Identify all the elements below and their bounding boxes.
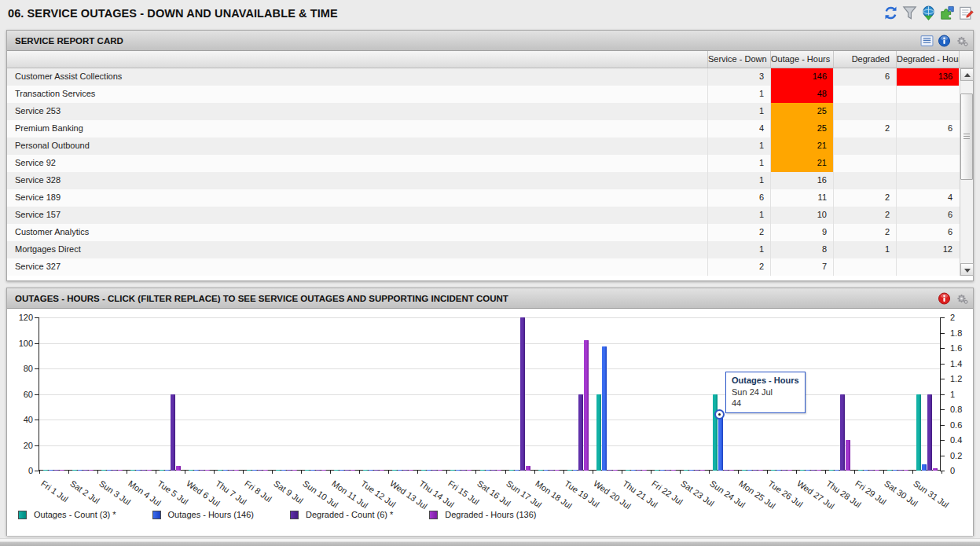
chart-bar[interactable] bbox=[835, 470, 839, 471]
chart-bar[interactable] bbox=[334, 470, 339, 471]
chart-bar[interactable] bbox=[49, 470, 53, 471]
chart-bar[interactable] bbox=[194, 470, 199, 471]
chart-bar[interactable] bbox=[345, 470, 350, 471]
chart-bar[interactable] bbox=[567, 470, 572, 471]
chart-bar[interactable] bbox=[409, 470, 413, 471]
table-row[interactable]: Premium Banking42526 bbox=[7, 120, 973, 137]
chart-bar[interactable] bbox=[864, 470, 868, 471]
chart-bar[interactable] bbox=[340, 470, 344, 471]
chart-bar[interactable] bbox=[840, 394, 845, 471]
chart-bar[interactable] bbox=[392, 470, 397, 471]
puzzle-icon[interactable] bbox=[940, 5, 955, 20]
chart-bar[interactable] bbox=[205, 470, 210, 471]
table-row[interactable]: Service 253125 bbox=[7, 103, 973, 120]
chart-bar[interactable] bbox=[60, 470, 64, 471]
chart-bar[interactable] bbox=[660, 470, 665, 471]
table-row[interactable]: Service 15711026 bbox=[7, 207, 973, 224]
chart-bar[interactable] bbox=[549, 470, 554, 471]
chart-bar[interactable] bbox=[922, 464, 927, 471]
chart-bar[interactable] bbox=[596, 394, 601, 471]
chart-bar[interactable] bbox=[520, 317, 525, 471]
chart-bar[interactable] bbox=[875, 470, 879, 471]
chart-bar[interactable] bbox=[398, 470, 402, 471]
chart-bar[interactable] bbox=[316, 470, 321, 471]
chart-bar[interactable] bbox=[305, 470, 310, 471]
filter-icon[interactable] bbox=[902, 5, 917, 20]
chart-bar[interactable] bbox=[147, 470, 152, 471]
chart-bar[interactable] bbox=[933, 468, 938, 471]
table-row[interactable]: Personal Outbound121 bbox=[7, 137, 973, 155]
chart-bar[interactable] bbox=[321, 470, 326, 471]
chart-bar[interactable] bbox=[782, 470, 787, 471]
chart-bar[interactable] bbox=[497, 470, 501, 471]
col-header-service-down[interactable]: Service - Down bbox=[707, 51, 770, 68]
table-row[interactable]: Service 32727 bbox=[7, 258, 973, 276]
chart-bar[interactable] bbox=[101, 470, 106, 471]
chart-bar[interactable] bbox=[858, 470, 863, 471]
chart-bar[interactable] bbox=[432, 470, 437, 471]
chart-bar[interactable] bbox=[729, 470, 734, 471]
chart-bar[interactable] bbox=[374, 470, 379, 471]
chart-bar[interactable] bbox=[655, 470, 659, 471]
chart-bar[interactable] bbox=[811, 470, 816, 471]
chart-bar[interactable] bbox=[486, 470, 490, 471]
col-header-degraded[interactable]: Degraded bbox=[833, 51, 896, 68]
chart-bar[interactable] bbox=[898, 470, 903, 471]
chart-bar[interactable] bbox=[584, 340, 589, 471]
col-header-outage-hours[interactable]: Outage - Hours bbox=[770, 51, 833, 68]
chart-bar[interactable] bbox=[893, 470, 897, 471]
chart-bar[interactable] bbox=[771, 470, 776, 471]
chart-bar[interactable] bbox=[450, 470, 455, 471]
chart-bar[interactable] bbox=[83, 470, 88, 471]
chart-bar[interactable] bbox=[817, 470, 821, 471]
chart-bar[interactable] bbox=[887, 470, 892, 471]
chart-bar[interactable] bbox=[287, 470, 292, 471]
chart-bar[interactable] bbox=[165, 470, 170, 471]
chart-bar[interactable] bbox=[724, 470, 729, 471]
chart-bar[interactable] bbox=[130, 470, 135, 471]
chart-bar[interactable] bbox=[491, 470, 496, 471]
chart-bar[interactable] bbox=[456, 470, 461, 471]
chart-bar[interactable] bbox=[189, 470, 193, 471]
info-red-icon[interactable] bbox=[938, 292, 951, 305]
table-row[interactable]: Transaction Services148 bbox=[7, 86, 973, 103]
chart-bar[interactable] bbox=[637, 470, 641, 471]
chart-bar[interactable] bbox=[78, 470, 83, 471]
edit-note-icon[interactable] bbox=[959, 5, 974, 20]
notes-icon[interactable] bbox=[920, 35, 934, 47]
chart-bar[interactable] bbox=[136, 470, 141, 471]
chart-bar[interactable] bbox=[846, 440, 850, 471]
chart-bar[interactable] bbox=[578, 394, 583, 471]
chart-bar[interactable] bbox=[806, 470, 810, 471]
chart-bar[interactable] bbox=[54, 470, 59, 471]
chart-bar[interactable] bbox=[573, 470, 578, 471]
scroll-up-button[interactable] bbox=[960, 68, 974, 81]
table-row[interactable]: Service 18961124 bbox=[7, 189, 973, 207]
chart-bar[interactable] bbox=[107, 470, 112, 471]
chart-bar[interactable] bbox=[276, 470, 281, 471]
chart-bar[interactable] bbox=[869, 470, 874, 471]
refresh-icon[interactable] bbox=[883, 5, 898, 20]
scroll-thumb[interactable] bbox=[960, 93, 973, 180]
chart-bar[interactable] bbox=[631, 470, 636, 471]
table-scrollbar[interactable] bbox=[960, 68, 973, 276]
chart-bar[interactable] bbox=[292, 470, 297, 471]
chart-bar[interactable] bbox=[369, 470, 373, 471]
chart-bar[interactable] bbox=[671, 470, 676, 471]
chart-bar[interactable] bbox=[666, 470, 670, 471]
chart-bar[interactable] bbox=[234, 470, 239, 471]
chart-bar[interactable] bbox=[776, 470, 781, 471]
chart-bar[interactable] bbox=[72, 470, 77, 471]
chart-bar[interactable] bbox=[747, 470, 752, 471]
chart-bar[interactable] bbox=[218, 470, 222, 471]
chart-bar[interactable] bbox=[363, 470, 368, 471]
chart-bar[interactable] bbox=[626, 470, 630, 471]
chart-bar[interactable] bbox=[526, 466, 530, 471]
chart-bar[interactable] bbox=[200, 470, 204, 471]
chart-bar[interactable] bbox=[829, 470, 834, 471]
chart-bar[interactable] bbox=[713, 394, 718, 471]
chart-bar[interactable] bbox=[461, 470, 466, 471]
chart-bar[interactable] bbox=[310, 470, 315, 471]
chart-bar[interactable] bbox=[904, 470, 908, 471]
chart-bar[interactable] bbox=[403, 470, 408, 471]
